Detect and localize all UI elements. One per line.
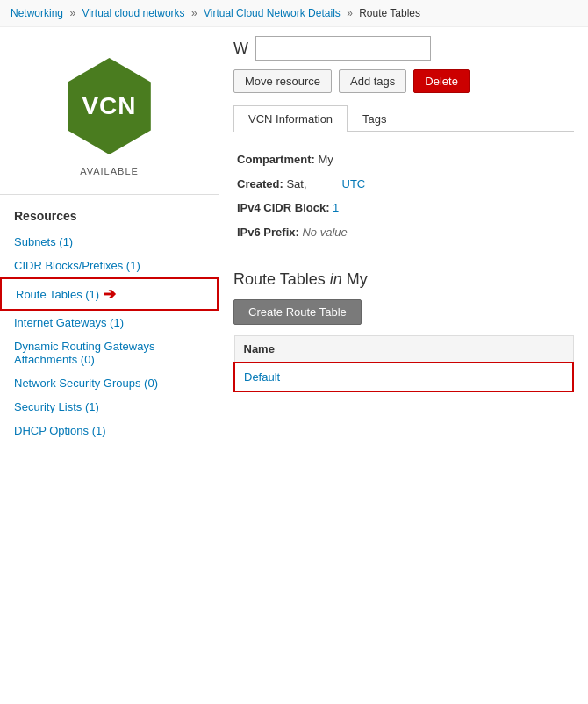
delete-button[interactable]: Delete — [413, 69, 470, 93]
internet-gateways-link[interactable]: Internet Gateways (1) — [14, 316, 124, 329]
dhcp-link[interactable]: DHCP Options (1) — [14, 424, 106, 437]
route-tables-table: Name Default — [233, 335, 574, 392]
ipv4-row: IPv4 CIDR Block: 1 — [237, 199, 570, 217]
breadcrumb-current: Route Tables — [359, 7, 420, 19]
vcn-hexagon: VCN — [61, 58, 158, 154]
resource-name-row: W — [233, 36, 574, 61]
sidebar-item-security-lists[interactable]: Security Lists (1) — [0, 395, 219, 419]
created-label: Created: — [237, 177, 283, 190]
compartment-value-text: My — [318, 153, 333, 166]
sidebar-item-route-tables[interactable]: Route Tables (1) ➔ — [0, 277, 219, 311]
route-tables-section-header: Route Tables in My — [233, 270, 574, 289]
sidebar-item-drg[interactable]: Dynamic Routing Gateways Attachments (0) — [0, 334, 219, 371]
action-buttons: Move resource Add tags Delete — [233, 69, 574, 93]
tab-tags[interactable]: Tags — [348, 105, 401, 132]
sidebar-item-dhcp[interactable]: DHCP Options (1) — [0, 419, 219, 442]
vcn-info-section: Compartment: My Created: Sat, UTC IPv4 C… — [233, 142, 574, 256]
move-resource-button[interactable]: Move resource — [233, 69, 332, 93]
vcn-status-badge: AVAILABLE — [80, 166, 139, 176]
sidebar-item-cidr[interactable]: CIDR Blocks/Prefixes (1) — [0, 254, 219, 277]
created-left: Created: Sat, — [237, 176, 307, 193]
breadcrumb-sep-1: » — [69, 7, 75, 19]
table-col-name: Name — [234, 336, 573, 363]
create-route-table-button[interactable]: Create Route Table — [233, 299, 362, 325]
sidebar-item-internet-gateways[interactable]: Internet Gateways (1) — [0, 311, 219, 334]
nsg-link[interactable]: Network Security Groups (0) — [14, 377, 158, 390]
sidebar-item-nsg[interactable]: Network Security Groups (0) — [0, 371, 219, 395]
breadcrumb: Networking » Virtual cloud networks » Vi… — [0, 0, 588, 27]
ipv6-row: IPv6 Prefix: No value — [237, 224, 570, 241]
sidebar-item-subnets[interactable]: Subnets (1) — [0, 230, 219, 254]
add-tags-button[interactable]: Add tags — [339, 69, 406, 93]
arrow-right-icon: ➔ — [103, 284, 116, 304]
security-lists-link[interactable]: Security Lists (1) — [14, 400, 99, 413]
resource-name-input[interactable] — [255, 36, 431, 61]
cidr-link[interactable]: CIDR Blocks/Prefixes (1) — [14, 259, 140, 272]
main-layout: VCN AVAILABLE Resources Subnets (1) CIDR… — [0, 27, 588, 451]
table-header-row: Name — [234, 336, 573, 363]
ipv6-label: IPv6 Prefix: — [237, 226, 299, 239]
resource-name-prefix: W — [233, 40, 248, 58]
vcn-logo-area: VCN AVAILABLE — [0, 36, 219, 185]
ipv4-value[interactable]: 1 — [333, 201, 339, 214]
section-title-italic: in — [330, 270, 342, 288]
tabs: VCN Information Tags — [233, 105, 574, 132]
created-value-text: Sat, — [286, 177, 306, 190]
ipv4-label: IPv4 CIDR Block: — [237, 201, 329, 214]
breadcrumb-vcn[interactable]: Virtual cloud networks — [82, 7, 184, 19]
compartment-label: Compartment: — [237, 153, 315, 166]
tab-vcn-information[interactable]: VCN Information — [233, 105, 348, 132]
drg-link[interactable]: Dynamic Routing Gateways Attachments (0) — [14, 340, 154, 366]
resources-header: Resources — [0, 194, 219, 230]
breadcrumb-vcn-details[interactable]: Virtual Cloud Network Details — [204, 7, 341, 19]
compartment-row: Compartment: My — [237, 151, 570, 169]
sidebar: VCN AVAILABLE Resources Subnets (1) CIDR… — [0, 27, 219, 451]
table-row: Default — [234, 363, 573, 392]
vcn-logo-text: VCN — [82, 92, 136, 120]
breadcrumb-sep-2: » — [191, 7, 197, 19]
table-cell-name: Default — [234, 363, 573, 392]
section-title-main: Route Tables — [233, 270, 326, 288]
vcn-hexagon-container: VCN — [57, 54, 162, 159]
ipv6-value: No value — [302, 226, 347, 239]
resources-list: Subnets (1) CIDR Blocks/Prefixes (1) Rou… — [0, 230, 219, 442]
subnets-link[interactable]: Subnets (1) — [14, 235, 73, 248]
default-route-table-link[interactable]: Default — [244, 370, 280, 384]
route-tables-link[interactable]: Route Tables (1) — [16, 288, 99, 301]
section-title-suffix: My — [347, 270, 368, 288]
created-row: Created: Sat, UTC — [237, 176, 570, 193]
created-utc: UTC — [342, 176, 366, 193]
main-content: W Move resource Add tags Delete VCN Info… — [219, 27, 588, 451]
breadcrumb-sep-3: » — [347, 7, 353, 19]
breadcrumb-networking[interactable]: Networking — [11, 7, 63, 19]
